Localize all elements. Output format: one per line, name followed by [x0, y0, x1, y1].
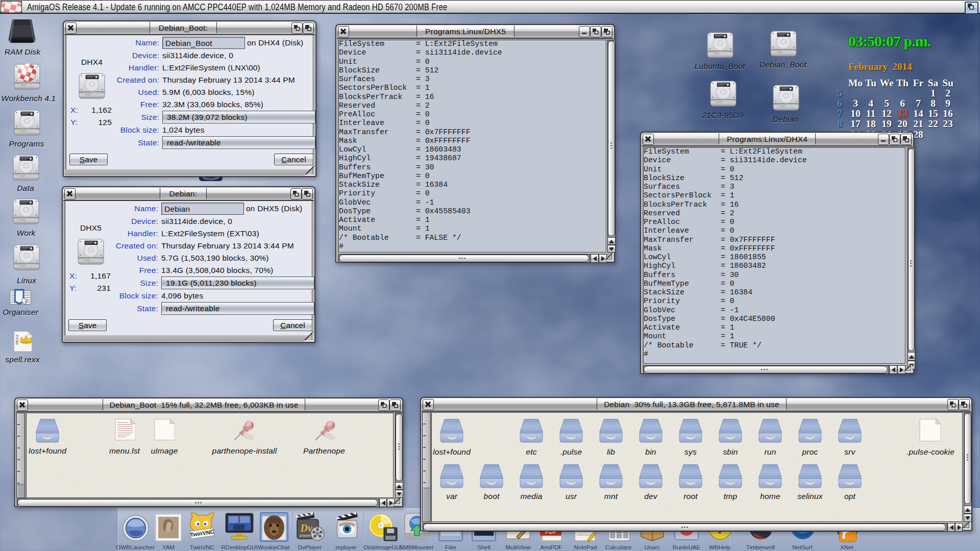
svg-text:player: player — [300, 533, 311, 538]
